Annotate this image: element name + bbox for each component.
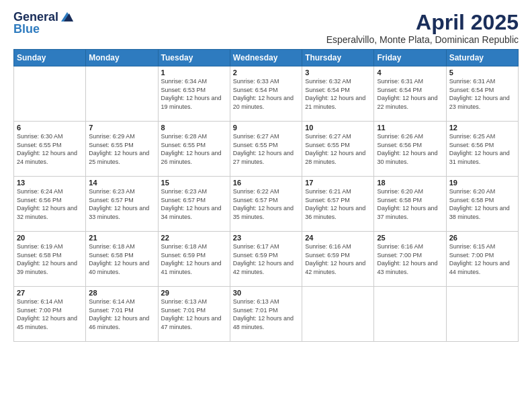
day-cell: 22Sunrise: 6:18 AM Sunset: 6:59 PM Dayli… <box>158 232 230 287</box>
day-number: 1 <box>161 68 227 77</box>
col-header-sunday: Sunday <box>14 50 86 66</box>
day-info: Sunrise: 6:24 AM Sunset: 6:56 PM Dayligh… <box>17 187 83 221</box>
day-info: Sunrise: 6:27 AM Sunset: 6:55 PM Dayligh… <box>305 132 371 166</box>
day-number: 20 <box>17 234 83 242</box>
day-info: Sunrise: 6:28 AM Sunset: 6:55 PM Dayligh… <box>161 132 227 166</box>
day-number: 11 <box>377 124 443 132</box>
day-cell: 12Sunrise: 6:25 AM Sunset: 6:56 PM Dayli… <box>446 122 518 177</box>
day-number: 29 <box>161 289 227 297</box>
day-number: 2 <box>233 68 299 77</box>
day-cell: 29Sunrise: 6:13 AM Sunset: 7:01 PM Dayli… <box>158 287 230 342</box>
day-cell: 23Sunrise: 6:17 AM Sunset: 6:59 PM Dayli… <box>230 232 302 287</box>
day-cell: 26Sunrise: 6:15 AM Sunset: 7:00 PM Dayli… <box>446 232 518 287</box>
day-number: 15 <box>161 179 227 187</box>
day-info: Sunrise: 6:22 AM Sunset: 6:57 PM Dayligh… <box>233 187 299 221</box>
logo-icon <box>60 11 75 23</box>
week-row-2: 13Sunrise: 6:24 AM Sunset: 6:56 PM Dayli… <box>14 177 519 232</box>
day-info: Sunrise: 6:15 AM Sunset: 7:00 PM Dayligh… <box>449 242 515 276</box>
day-cell: 14Sunrise: 6:23 AM Sunset: 6:57 PM Dayli… <box>86 177 158 232</box>
day-info: Sunrise: 6:31 AM Sunset: 6:54 PM Dayligh… <box>449 77 515 111</box>
header: General Blue April 2025 Esperalvillo, Mo… <box>13 11 519 45</box>
col-header-saturday: Saturday <box>446 50 518 66</box>
day-number: 10 <box>305 124 371 132</box>
col-header-thursday: Thursday <box>302 50 374 66</box>
day-cell: 1Sunrise: 6:34 AM Sunset: 6:53 PM Daylig… <box>158 66 230 122</box>
col-header-tuesday: Tuesday <box>158 50 230 66</box>
day-cell <box>446 287 518 342</box>
day-info: Sunrise: 6:16 AM Sunset: 7:00 PM Dayligh… <box>377 242 443 276</box>
day-cell: 13Sunrise: 6:24 AM Sunset: 6:56 PM Dayli… <box>14 177 86 232</box>
day-info: Sunrise: 6:20 AM Sunset: 6:58 PM Dayligh… <box>377 187 443 221</box>
col-header-monday: Monday <box>86 50 158 66</box>
logo-blue: Blue <box>13 23 75 36</box>
day-info: Sunrise: 6:17 AM Sunset: 6:59 PM Dayligh… <box>233 242 299 276</box>
day-number: 22 <box>161 234 227 242</box>
day-number: 17 <box>305 179 371 187</box>
day-info: Sunrise: 6:32 AM Sunset: 6:54 PM Dayligh… <box>305 77 371 111</box>
title-location: Esperalvillo, Monte Plata, Dominican Rep… <box>326 34 519 45</box>
day-number: 18 <box>377 179 443 187</box>
day-cell: 2Sunrise: 6:33 AM Sunset: 6:54 PM Daylig… <box>230 66 302 122</box>
day-number: 30 <box>233 289 299 297</box>
day-cell: 10Sunrise: 6:27 AM Sunset: 6:55 PM Dayli… <box>302 122 374 177</box>
day-info: Sunrise: 6:13 AM Sunset: 7:01 PM Dayligh… <box>161 298 227 331</box>
day-info: Sunrise: 6:33 AM Sunset: 6:54 PM Dayligh… <box>233 77 299 111</box>
day-cell <box>302 287 374 342</box>
day-number: 14 <box>89 179 154 187</box>
day-cell: 20Sunrise: 6:19 AM Sunset: 6:58 PM Dayli… <box>14 232 86 287</box>
day-number: 26 <box>449 234 515 242</box>
day-info: Sunrise: 6:26 AM Sunset: 6:56 PM Dayligh… <box>377 132 443 166</box>
logo: General Blue <box>13 11 75 36</box>
day-number: 25 <box>377 234 443 242</box>
day-number: 6 <box>17 124 83 132</box>
day-cell: 21Sunrise: 6:18 AM Sunset: 6:58 PM Dayli… <box>86 232 158 287</box>
day-cell: 5Sunrise: 6:31 AM Sunset: 6:54 PM Daylig… <box>446 66 518 122</box>
week-row-4: 27Sunrise: 6:14 AM Sunset: 7:00 PM Dayli… <box>14 287 519 342</box>
day-info: Sunrise: 6:31 AM Sunset: 6:54 PM Dayligh… <box>377 77 443 111</box>
day-number: 23 <box>233 234 299 242</box>
day-cell: 27Sunrise: 6:14 AM Sunset: 7:00 PM Dayli… <box>14 287 86 342</box>
day-number: 19 <box>449 179 515 187</box>
day-cell: 24Sunrise: 6:16 AM Sunset: 6:59 PM Dayli… <box>302 232 374 287</box>
day-cell: 8Sunrise: 6:28 AM Sunset: 6:55 PM Daylig… <box>158 122 230 177</box>
day-cell: 7Sunrise: 6:29 AM Sunset: 6:55 PM Daylig… <box>86 122 158 177</box>
day-info: Sunrise: 6:23 AM Sunset: 6:57 PM Dayligh… <box>161 187 227 221</box>
day-cell <box>86 66 158 122</box>
day-cell: 15Sunrise: 6:23 AM Sunset: 6:57 PM Dayli… <box>158 177 230 232</box>
day-number: 28 <box>89 289 154 297</box>
day-info: Sunrise: 6:19 AM Sunset: 6:58 PM Dayligh… <box>17 242 83 276</box>
week-row-3: 20Sunrise: 6:19 AM Sunset: 6:58 PM Dayli… <box>14 232 519 287</box>
day-info: Sunrise: 6:30 AM Sunset: 6:55 PM Dayligh… <box>17 132 83 166</box>
day-info: Sunrise: 6:18 AM Sunset: 6:59 PM Dayligh… <box>161 242 227 276</box>
day-info: Sunrise: 6:34 AM Sunset: 6:53 PM Dayligh… <box>161 77 227 111</box>
day-cell: 30Sunrise: 6:13 AM Sunset: 7:01 PM Dayli… <box>230 287 302 342</box>
col-header-wednesday: Wednesday <box>230 50 302 66</box>
day-number: 9 <box>233 124 299 132</box>
day-cell <box>374 287 446 342</box>
day-info: Sunrise: 6:23 AM Sunset: 6:57 PM Dayligh… <box>89 187 154 221</box>
day-info: Sunrise: 6:18 AM Sunset: 6:58 PM Dayligh… <box>89 242 154 276</box>
day-cell: 3Sunrise: 6:32 AM Sunset: 6:54 PM Daylig… <box>302 66 374 122</box>
day-number: 12 <box>449 124 515 132</box>
day-cell: 11Sunrise: 6:26 AM Sunset: 6:56 PM Dayli… <box>374 122 446 177</box>
calendar-header-row: SundayMondayTuesdayWednesdayThursdayFrid… <box>14 50 519 66</box>
title-month: April 2025 <box>326 11 519 34</box>
day-cell: 18Sunrise: 6:20 AM Sunset: 6:58 PM Dayli… <box>374 177 446 232</box>
day-info: Sunrise: 6:14 AM Sunset: 7:00 PM Dayligh… <box>17 298 83 331</box>
day-cell: 25Sunrise: 6:16 AM Sunset: 7:00 PM Dayli… <box>374 232 446 287</box>
day-number: 5 <box>449 68 515 77</box>
day-cell: 16Sunrise: 6:22 AM Sunset: 6:57 PM Dayli… <box>230 177 302 232</box>
day-number: 16 <box>233 179 299 187</box>
day-number: 24 <box>305 234 371 242</box>
day-cell: 4Sunrise: 6:31 AM Sunset: 6:54 PM Daylig… <box>374 66 446 122</box>
day-cell <box>14 66 86 122</box>
day-number: 7 <box>89 124 154 132</box>
day-info: Sunrise: 6:16 AM Sunset: 6:59 PM Dayligh… <box>305 242 371 276</box>
week-row-0: 1Sunrise: 6:34 AM Sunset: 6:53 PM Daylig… <box>14 66 519 122</box>
day-info: Sunrise: 6:27 AM Sunset: 6:55 PM Dayligh… <box>233 132 299 166</box>
day-cell: 6Sunrise: 6:30 AM Sunset: 6:55 PM Daylig… <box>14 122 86 177</box>
day-cell: 17Sunrise: 6:21 AM Sunset: 6:57 PM Dayli… <box>302 177 374 232</box>
day-info: Sunrise: 6:29 AM Sunset: 6:55 PM Dayligh… <box>89 132 154 166</box>
day-number: 13 <box>17 179 83 187</box>
day-cell: 19Sunrise: 6:20 AM Sunset: 6:58 PM Dayli… <box>446 177 518 232</box>
